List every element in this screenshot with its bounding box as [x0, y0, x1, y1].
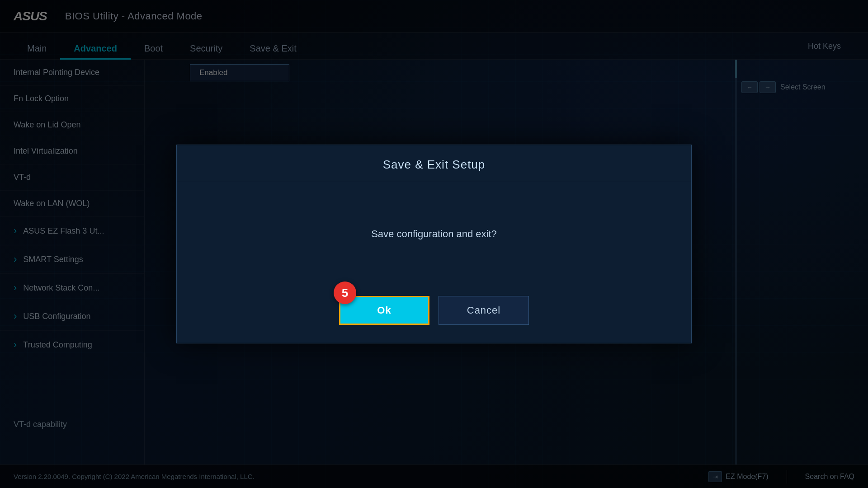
modal-title-bar: Save & Exit Setup	[177, 145, 691, 181]
ok-button-wrapper: 5 Ok	[339, 296, 429, 325]
step-badge: 5	[334, 282, 356, 304]
modal-body: Save configuration and exit?	[177, 181, 691, 287]
modal-title: Save & Exit Setup	[383, 158, 486, 171]
modal-footer: 5 Ok Cancel	[177, 287, 691, 343]
modal-overlay: Save & Exit Setup Save configuration and…	[0, 0, 868, 488]
modal-message: Save configuration and exit?	[371, 228, 497, 240]
cancel-button[interactable]: Cancel	[439, 296, 529, 325]
save-exit-dialog: Save & Exit Setup Save configuration and…	[176, 145, 692, 343]
